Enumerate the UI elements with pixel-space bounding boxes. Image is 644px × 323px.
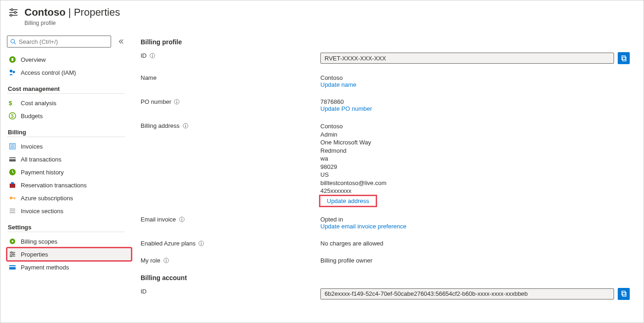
cost-icon: $ bbox=[9, 99, 16, 107]
invoice-icon bbox=[9, 143, 16, 150]
content: Billing profile ID RVET-XXXX-XXX-XXX Nam… bbox=[134, 32, 644, 323]
search-box[interactable] bbox=[7, 36, 111, 48]
transactions-icon bbox=[9, 156, 16, 163]
svg-rect-23 bbox=[11, 182, 14, 184]
addr-line: wa bbox=[320, 155, 630, 163]
sidebar-item-label: Properties bbox=[21, 251, 48, 258]
profile-id-box[interactable]: RVET-XXXX-XXX-XXX bbox=[320, 53, 614, 64]
sidebar-item-payment-methods[interactable]: Payment methods bbox=[7, 261, 131, 274]
sidebar-item-billing-scopes[interactable]: Billing scopes bbox=[7, 235, 131, 248]
sidebar-item-payment-history[interactable]: Payment history bbox=[7, 166, 131, 179]
addr-line: 98029 bbox=[320, 163, 630, 171]
sidebar-item-label: Invoice sections bbox=[21, 208, 64, 215]
page-header: Contoso | Properties bbox=[0, 0, 644, 22]
addr-line: Admin bbox=[320, 131, 630, 139]
svg-point-50 bbox=[185, 124, 185, 125]
copy-icon bbox=[620, 55, 627, 62]
svg-rect-44 bbox=[621, 55, 625, 59]
nav-group-settings-title: Settings bbox=[8, 224, 134, 231]
value-enabled-plans: No charges are allowed bbox=[320, 240, 630, 247]
addr-line: billtestcontoso@live.com bbox=[320, 179, 630, 187]
nav-group-cost-title: Cost management bbox=[8, 85, 134, 92]
info-icon bbox=[163, 257, 169, 263]
sliders-icon bbox=[7, 6, 20, 19]
svg-point-37 bbox=[11, 256, 12, 257]
svg-text:$: $ bbox=[9, 100, 12, 107]
label-email-invoice: Email invoice bbox=[141, 216, 320, 223]
addr-line: Redmond bbox=[320, 147, 630, 155]
link-update-address[interactable]: Update address bbox=[320, 196, 376, 206]
svg-text:$: $ bbox=[11, 114, 14, 119]
info-icon bbox=[179, 216, 185, 222]
addr-line: Contoso bbox=[320, 122, 630, 131]
budget-icon: $ bbox=[9, 112, 16, 120]
svg-point-47 bbox=[177, 100, 177, 101]
svg-point-42 bbox=[152, 54, 153, 54]
svg-point-53 bbox=[181, 218, 182, 218]
value-name: Contoso bbox=[320, 74, 630, 81]
copy-profile-id-button[interactable] bbox=[618, 52, 630, 64]
sidebar-item-overview[interactable]: Overview bbox=[7, 53, 131, 66]
svg-point-10 bbox=[10, 70, 12, 72]
sidebar-item-label: Billing scopes bbox=[21, 238, 58, 245]
svg-rect-9 bbox=[12, 58, 13, 61]
svg-rect-22 bbox=[10, 184, 15, 188]
sidebar-item-label: Invoices bbox=[21, 143, 43, 150]
search-input[interactable] bbox=[19, 38, 108, 45]
label-billing-address: Billing address bbox=[141, 122, 320, 129]
svg-rect-43 bbox=[622, 57, 626, 60]
svg-rect-20 bbox=[9, 158, 16, 159]
reservation-icon bbox=[9, 181, 16, 189]
sections-icon bbox=[9, 207, 16, 215]
info-icon bbox=[149, 53, 155, 59]
key-icon bbox=[9, 194, 16, 202]
svg-point-5 bbox=[10, 14, 12, 16]
link-update-po[interactable]: Update PO number bbox=[320, 105, 372, 112]
label-account-id: ID bbox=[141, 288, 320, 295]
page-subtitle: Billing profile bbox=[24, 20, 644, 26]
copy-icon bbox=[620, 290, 627, 297]
sidebar-item-label: Overview bbox=[21, 56, 46, 63]
properties-icon bbox=[9, 251, 16, 258]
svg-point-59 bbox=[165, 259, 166, 259]
svg-point-56 bbox=[201, 242, 201, 242]
page-title: Contoso | Properties bbox=[24, 6, 120, 18]
copy-account-id-button[interactable] bbox=[618, 288, 630, 300]
scope-icon bbox=[9, 238, 16, 245]
svg-point-1 bbox=[11, 9, 13, 11]
value-email-invoice: Opted in bbox=[320, 216, 630, 223]
sidebar-item-access-control[interactable]: Access control (IAM) bbox=[7, 66, 131, 79]
link-update-email[interactable]: Update email invoice preference bbox=[320, 223, 406, 230]
sidebar-item-all-transactions[interactable]: All transactions bbox=[7, 153, 131, 166]
account-id-box[interactable]: 6b2exxxx-f149-52c4-70ef-50cabe276043:566… bbox=[320, 288, 614, 299]
sidebar-item-properties[interactable]: Properties bbox=[7, 248, 131, 261]
info-icon bbox=[183, 123, 189, 129]
sidebar-item-reservations[interactable]: Reservation transactions bbox=[7, 179, 131, 191]
addr-line: 425xxxxxxx bbox=[320, 187, 630, 195]
svg-point-33 bbox=[11, 252, 12, 253]
sidebar-item-invoice-sections[interactable]: Invoice sections bbox=[7, 204, 131, 217]
sidebar-item-invoices[interactable]: Invoices bbox=[7, 140, 131, 153]
svg-point-35 bbox=[13, 254, 14, 255]
addr-line: One Microsoft Way bbox=[320, 138, 630, 147]
svg-rect-60 bbox=[622, 293, 626, 296]
sidebar-item-cost-analysis[interactable]: $ Cost analysis bbox=[7, 96, 131, 109]
sidebar-item-budgets[interactable]: $ Budgets bbox=[7, 109, 131, 122]
sidebar-item-label: Payment history bbox=[21, 169, 64, 176]
sidebar-item-label: Budgets bbox=[21, 113, 43, 120]
people-icon bbox=[9, 69, 16, 76]
overview-icon bbox=[9, 56, 16, 63]
label-enabled-plans: Enabled Azure plans bbox=[141, 240, 320, 247]
svg-rect-19 bbox=[9, 157, 16, 162]
sidebar-item-label: Cost analysis bbox=[21, 100, 56, 107]
addr-line: US bbox=[320, 171, 630, 179]
svg-rect-38 bbox=[9, 265, 16, 269]
sidebar-item-azure-subs[interactable]: Azure subscriptions bbox=[7, 191, 131, 204]
svg-point-6 bbox=[11, 39, 15, 43]
collapse-sidebar-button[interactable] bbox=[118, 38, 124, 45]
svg-rect-26 bbox=[14, 197, 15, 199]
link-update-name[interactable]: Update name bbox=[320, 81, 356, 88]
label-po-number: PO number bbox=[141, 98, 320, 105]
info-icon bbox=[174, 99, 180, 105]
history-icon bbox=[9, 168, 16, 176]
